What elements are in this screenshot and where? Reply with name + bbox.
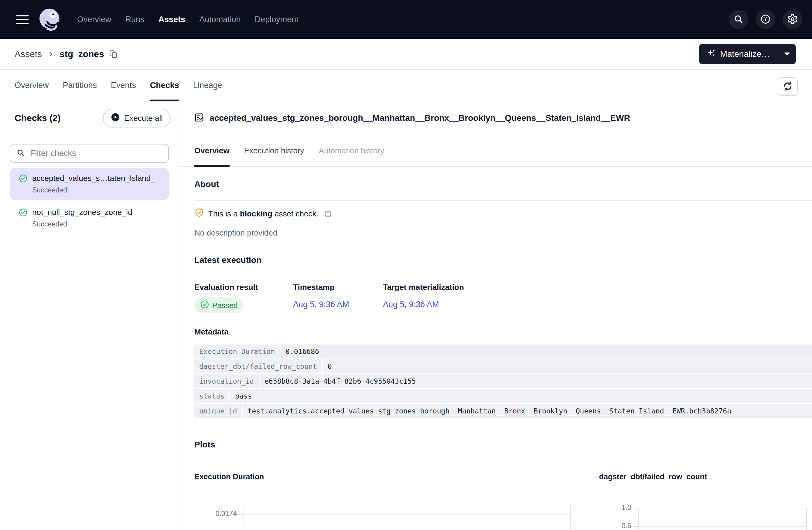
y-tick-label: 0.6 xyxy=(599,522,631,530)
refresh-button[interactable] xyxy=(778,77,798,96)
play-circle-icon xyxy=(111,113,120,124)
nav-item-automation[interactable]: Automation xyxy=(199,15,241,24)
materialize-button[interactable]: Materialize… xyxy=(699,44,778,64)
plots-body: Execution Duration 0.0174 dagster_dbt/fa… xyxy=(194,472,812,530)
metadata-value: test.analytics.accepted_values_stg_zones… xyxy=(243,404,736,418)
checks-count-title: Checks (2) xyxy=(15,113,61,123)
check-title: accepted_values_stg_zones_borough__Manha… xyxy=(209,113,630,123)
info-icon[interactable] xyxy=(324,210,332,218)
check-detail-header: accepted_values_stg_zones_borough__Manha… xyxy=(180,101,812,135)
tab-check-overview[interactable]: Overview xyxy=(194,135,230,166)
checks-sidebar-header: Checks (2) Execute all xyxy=(0,101,178,135)
chart-execution-duration: Execution Duration 0.0174 xyxy=(194,472,571,530)
tab-checks[interactable]: Checks xyxy=(150,70,179,101)
y-tick-label: 1.0 xyxy=(599,504,631,512)
menu-icon[interactable] xyxy=(16,15,29,24)
chart-title: dagster_dbt/failed_row_count xyxy=(599,472,812,481)
metadata-value: e658b8c8-3a1a-4b4f-82b6-4c955043c155 xyxy=(260,374,421,388)
gridline-horizontal xyxy=(638,508,806,509)
check-circle-icon xyxy=(19,174,27,183)
filter-checks-input[interactable] xyxy=(29,148,162,159)
materialize-split-button: Materialize… xyxy=(699,44,796,64)
metadata-value: 0.016686 xyxy=(280,344,324,358)
gridline-horizontal xyxy=(638,526,806,527)
search-icon xyxy=(16,148,25,158)
metadata-key: unique_id xyxy=(194,404,243,418)
status-badge-passed: Passed xyxy=(194,297,244,313)
passed-label: Passed xyxy=(212,301,237,310)
divider xyxy=(194,200,812,201)
latest-execution-section: Latest execution xyxy=(194,255,812,265)
nav-item-runs[interactable]: Runs xyxy=(126,15,145,24)
check-list-item-accepted-values[interactable]: accepted_values_s…taten_Island_ Succeede… xyxy=(10,168,169,200)
check-status: Succeeded xyxy=(32,220,132,228)
asset-tab-bar: Overview Partitions Events Checks Lineag… xyxy=(0,69,812,101)
metadata-key: dagster_dbt/failed_row_count xyxy=(194,359,323,373)
check-detail-tab-bar: Overview Execution history Automation hi… xyxy=(180,135,812,167)
metadata-row: unique_id test.analytics.accepted_values… xyxy=(194,404,812,418)
metadata-table: Execution Duration 0.016686 dagster_dbt/… xyxy=(194,344,812,418)
copy-icon[interactable] xyxy=(109,49,118,59)
plot-area: 1.0 0.6 xyxy=(599,508,812,530)
gridline-vertical xyxy=(570,504,570,530)
chart-failed-row-count: dagster_dbt/failed_row_count 1.0 0.6 xyxy=(599,472,812,530)
latest-execution-heading: Latest execution xyxy=(194,255,812,265)
metadata-key: Execution Duration xyxy=(194,344,280,358)
metadata-row: invocation_id e658b8c8-3a1a-4b4f-82b6-4c… xyxy=(194,374,812,388)
check-circle-icon xyxy=(200,300,209,311)
nav-item-deployment[interactable]: Deployment xyxy=(255,15,299,24)
metadata-row: status pass xyxy=(194,389,812,403)
breadcrumb-assets-link[interactable]: Assets xyxy=(15,49,42,59)
execute-all-label: Execute all xyxy=(124,114,163,123)
blocking-text: This is a blocking asset check. xyxy=(208,209,319,219)
metadata-value: 0 xyxy=(323,359,337,373)
asset-check-icon xyxy=(194,113,204,123)
y-tick-mark xyxy=(239,514,244,515)
tab-events[interactable]: Events xyxy=(111,70,136,101)
nav-item-assets[interactable]: Assets xyxy=(159,15,186,24)
nav-actions: ? xyxy=(729,10,802,29)
execute-all-button[interactable]: Execute all xyxy=(103,109,171,128)
y-axis-line xyxy=(244,504,244,530)
page-title: stg_zones xyxy=(59,49,104,59)
y-tick-mark xyxy=(634,508,638,509)
help-button[interactable]: ? xyxy=(756,10,775,29)
y-tick-label: 0.0174 xyxy=(194,510,237,518)
about-section: About xyxy=(194,179,812,189)
help-icon: ? xyxy=(760,14,771,26)
gridline-vertical xyxy=(806,508,807,530)
about-heading: About xyxy=(194,179,812,189)
search-button[interactable] xyxy=(729,10,748,29)
check-list-item-not-null[interactable]: not_null_stg_zones_zone_id Succeeded xyxy=(10,202,169,234)
tab-execution-history[interactable]: Execution history xyxy=(244,135,304,166)
materialize-dropdown-button[interactable] xyxy=(778,44,796,64)
svg-text:?: ? xyxy=(764,16,767,22)
settings-button[interactable] xyxy=(783,10,802,29)
tab-lineage[interactable]: Lineage xyxy=(193,70,222,101)
gear-icon xyxy=(787,14,798,26)
tab-automation-history[interactable]: Automation history xyxy=(319,135,384,166)
divider xyxy=(194,274,812,275)
nav-item-overview[interactable]: Overview xyxy=(77,15,112,24)
breadcrumb: Assets stg_zones Materialize… xyxy=(0,39,812,69)
timestamp-link[interactable]: Aug 5, 9:36 AM xyxy=(293,300,349,309)
caret-down-icon xyxy=(784,53,790,56)
target-materialization-link[interactable]: Aug 5, 9:36 AM xyxy=(383,300,439,309)
metadata-row: dagster_dbt/failed_row_count 0 xyxy=(194,359,812,373)
plot-area: 0.0174 xyxy=(194,504,571,530)
latest-execution-body: Evaluation result Passed Timestamp Aug 5… xyxy=(194,283,812,450)
tab-partitions[interactable]: Partitions xyxy=(63,70,97,101)
sparkle-icon xyxy=(707,48,716,60)
metadata-heading: Metadata xyxy=(194,327,812,337)
column-header-target-materialization: Target materialization xyxy=(383,283,464,292)
metadata-key: status xyxy=(194,389,230,403)
materialize-label: Materialize… xyxy=(720,49,770,59)
metadata-value: pass xyxy=(230,389,257,403)
tab-overview[interactable]: Overview xyxy=(15,70,49,101)
gridline-vertical xyxy=(407,504,407,530)
metadata-key: invocation_id xyxy=(194,374,260,388)
blocking-note: This is a blocking asset check. xyxy=(194,208,812,220)
shield-check-icon xyxy=(194,208,204,220)
top-nav: Overview Runs Assets Automation Deployme… xyxy=(0,0,812,39)
dagster-logo[interactable] xyxy=(37,7,62,32)
